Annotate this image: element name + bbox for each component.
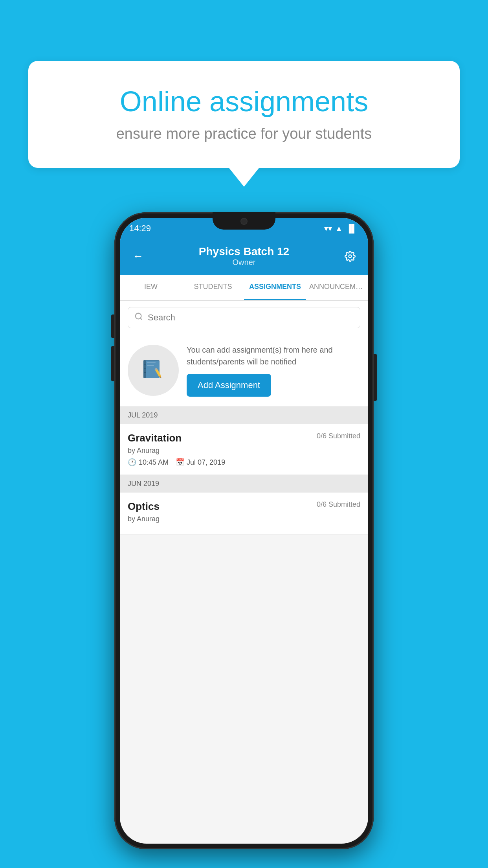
app-header: ← Physics Batch 12 Owner	[120, 239, 368, 275]
svg-point-1	[136, 313, 141, 319]
section-header-jul: JUL 2019	[120, 406, 368, 424]
tab-overview[interactable]: IEW	[120, 275, 182, 300]
svg-rect-9	[147, 362, 156, 363]
promo-description: You can add assignment(s) from here and …	[187, 344, 360, 368]
back-button[interactable]: ←	[129, 248, 147, 265]
assignment-top-row: Gravitation 0/6 Submitted	[128, 432, 360, 444]
assignment-name-gravitation: Gravitation	[128, 432, 182, 444]
section-header-jun: JUN 2019	[120, 475, 368, 493]
svg-point-0	[349, 255, 352, 257]
svg-line-14	[161, 377, 161, 378]
phone-screen: 14:29 ▾▾ ▲ ▐▌ ← Physics Batch 12 Owner	[120, 218, 368, 844]
bubble-title: Online assignments	[56, 85, 432, 118]
header-center: Physics Batch 12 Owner	[147, 245, 341, 267]
assignment-meta-gravitation: 🕐 10:45 AM 📅 Jul 07, 2019	[128, 458, 360, 467]
signal-icon: ▲	[335, 224, 343, 233]
settings-button[interactable]	[341, 248, 359, 265]
assignment-item-gravitation[interactable]: Gravitation 0/6 Submitted by Anurag 🕐 10…	[120, 424, 368, 475]
promo-section: You can add assignment(s) from here and …	[120, 335, 368, 406]
camera-icon	[240, 218, 248, 225]
svg-rect-10	[147, 365, 154, 366]
wifi-icon: ▾▾	[324, 224, 332, 233]
phone-body: 14:29 ▾▾ ▲ ▐▌ ← Physics Batch 12 Owner	[114, 212, 374, 849]
section-header-jun-text: JUN 2019	[128, 480, 159, 487]
header-title: Physics Batch 12	[147, 245, 341, 258]
search-input[interactable]	[148, 313, 354, 323]
calendar-icon: 📅	[176, 458, 184, 467]
assignment-submitted-optics: 0/6 Submitted	[317, 500, 360, 509]
bubble-subtitle: ensure more practice for your students	[56, 125, 432, 142]
battery-icon: ▐▌	[346, 224, 357, 233]
assignment-submitted-gravitation: 0/6 Submitted	[317, 432, 360, 440]
add-assignment-button[interactable]: Add Assignment	[187, 374, 271, 397]
bubble-card: Online assignments ensure more practice …	[28, 61, 460, 168]
phone-notch	[213, 212, 275, 230]
assignment-top-row-optics: Optics 0/6 Submitted	[128, 500, 360, 513]
assignment-author-optics: by Anurag	[128, 515, 360, 523]
tab-announcements[interactable]: ANNOUNCEMENTS	[306, 275, 368, 300]
section-header-jul-text: JUL 2019	[128, 411, 158, 419]
svg-line-2	[140, 318, 142, 320]
phone-device: 14:29 ▾▾ ▲ ▐▌ ← Physics Batch 12 Owner	[114, 212, 374, 849]
tab-assignments[interactable]: ASSIGNMENTS	[244, 275, 306, 300]
header-subtitle: Owner	[147, 258, 341, 267]
search-section	[120, 301, 368, 335]
status-time: 14:29	[129, 223, 151, 234]
status-icons: ▾▾ ▲ ▐▌	[324, 224, 357, 233]
tab-students[interactable]: STUDENTS	[182, 275, 244, 300]
search-bar[interactable]	[128, 307, 360, 328]
power-button	[374, 354, 377, 401]
volume-down-button	[111, 346, 114, 381]
promo-icon-circle	[128, 345, 179, 396]
volume-up-button	[111, 314, 114, 338]
assignment-name-optics: Optics	[128, 500, 160, 513]
assignment-time-gravitation: 🕐 10:45 AM	[128, 458, 169, 467]
notebook-icon	[140, 357, 167, 384]
clock-icon: 🕐	[128, 458, 136, 467]
search-icon	[134, 312, 143, 323]
assignment-date-gravitation: 📅 Jul 07, 2019	[176, 458, 225, 467]
promo-content: You can add assignment(s) from here and …	[187, 344, 360, 397]
assignment-author-gravitation: by Anurag	[128, 447, 360, 455]
assignment-item-optics[interactable]: Optics 0/6 Submitted by Anurag	[120, 493, 368, 535]
tabs-bar: IEW STUDENTS ASSIGNMENTS ANNOUNCEMENTS	[120, 275, 368, 301]
promo-bubble: Online assignments ensure more practice …	[28, 61, 460, 168]
